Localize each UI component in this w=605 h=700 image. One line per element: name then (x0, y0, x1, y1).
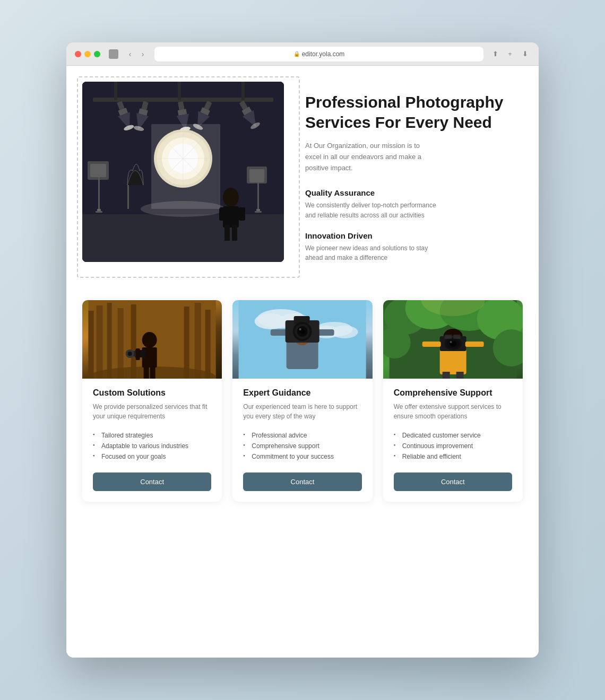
cards-section: Custom Solutions We provide personalized… (82, 300, 523, 502)
feature-quality: Quality Assurance We consistently delive… (305, 188, 523, 220)
feature-innovation: Innovation Driven We pioneer new ideas a… (305, 231, 523, 263)
list-item: Professional advice (243, 430, 361, 441)
card-title-2: Expert Guidance (243, 388, 361, 398)
svg-rect-73 (150, 366, 155, 379)
svg-rect-72 (144, 366, 149, 379)
svg-point-108 (450, 341, 452, 343)
svg-rect-114 (442, 372, 450, 379)
svg-rect-115 (456, 372, 463, 379)
svg-rect-35 (98, 177, 100, 209)
svg-point-65 (142, 332, 157, 348)
card-image-2 (232, 300, 372, 379)
card-comprehensive-support: Comprehensive Support We offer extensive… (383, 300, 523, 502)
card-custom-solutions: Custom Solutions We provide personalized… (82, 300, 222, 502)
svg-rect-41 (256, 209, 260, 211)
nav-arrows: ‹ › (125, 49, 148, 59)
card-desc-3: We offer extensive support services to e… (394, 402, 512, 422)
hero-title: Professional Photography Services For Ev… (305, 92, 523, 132)
card-desc-1: We provide personalized services that fi… (93, 402, 211, 422)
browser-actions: ⬆ + ⬇ (490, 49, 530, 59)
svg-rect-111 (444, 335, 452, 339)
hero-image-wrapper (82, 82, 284, 262)
svg-rect-49 (219, 207, 226, 221)
browser-chrome: ‹ › 🔒 editor.yola.com ⬆ + ⬇ (66, 42, 539, 66)
list-item: Reliable and efficient (394, 451, 512, 462)
forward-button[interactable]: › (137, 49, 148, 59)
traffic-light-green[interactable] (94, 51, 100, 57)
svg-rect-112 (453, 335, 460, 339)
svg-rect-36 (97, 209, 101, 211)
svg-rect-39 (88, 161, 109, 180)
card-body-3: Comprehensive Support We offer extensive… (383, 379, 523, 502)
page-content: Professional Photography Services For Ev… (66, 66, 539, 658)
contact-button-2[interactable]: Contact (243, 472, 361, 491)
card-desc-2: Our experienced team is here to support … (243, 402, 361, 422)
svg-rect-71 (136, 348, 140, 360)
svg-rect-109 (422, 342, 440, 347)
svg-rect-45 (127, 185, 129, 209)
hero-section: Professional Photography Services For Ev… (82, 82, 523, 274)
hero-subtitle: At Our Organization, our mission is to e… (305, 141, 433, 173)
svg-rect-84 (271, 329, 288, 336)
card-image-3 (383, 300, 523, 379)
traffic-light-red[interactable] (75, 51, 81, 57)
svg-rect-40 (257, 182, 259, 209)
svg-rect-52 (232, 225, 237, 241)
add-tab-button[interactable]: + (505, 49, 515, 59)
list-item: Focused on your goals (93, 451, 211, 462)
svg-rect-4 (114, 82, 117, 100)
list-item: Comprehensive support (243, 441, 361, 451)
svg-rect-85 (317, 329, 334, 336)
svg-rect-6 (241, 82, 245, 100)
svg-point-92 (299, 328, 301, 330)
share-button[interactable]: ⬆ (490, 49, 500, 59)
contact-button-3[interactable]: Contact (394, 472, 512, 491)
card-list-3: Dedicated customer service Continuous im… (394, 430, 512, 462)
svg-rect-3 (93, 98, 273, 102)
list-item: Dedicated customer service (394, 430, 512, 441)
svg-rect-110 (465, 342, 483, 347)
card-title-1: Custom Solutions (93, 388, 211, 398)
hero-image (82, 82, 284, 262)
card-title-3: Comprehensive Support (394, 388, 512, 398)
card-body-2: Expert Guidance Our experienced team is … (232, 379, 372, 502)
sidebar-icon[interactable] (109, 49, 118, 59)
list-item: Adaptable to various industries (93, 441, 211, 451)
back-button[interactable]: ‹ (125, 49, 135, 59)
card-list-1: Tailored strategies Adaptable to various… (93, 430, 211, 462)
svg-rect-51 (224, 225, 230, 241)
svg-rect-42 (255, 211, 262, 213)
downloads-button[interactable]: ⬇ (520, 49, 530, 59)
svg-point-70 (128, 352, 132, 356)
svg-rect-5 (178, 82, 181, 100)
feature-quality-title: Quality Assurance (305, 188, 523, 197)
svg-rect-50 (239, 207, 245, 221)
card-list-2: Professional advice Comprehensive suppor… (243, 430, 361, 462)
address-bar[interactable]: 🔒 editor.yola.com (154, 47, 483, 62)
card-expert-guidance: Expert Guidance Our experienced team is … (232, 300, 372, 502)
svg-rect-44 (247, 167, 267, 183)
browser-window: ‹ › 🔒 editor.yola.com ⬆ + ⬇ (66, 42, 539, 658)
feature-innovation-title: Innovation Driven (305, 231, 523, 240)
svg-rect-113 (452, 336, 454, 337)
card-image-1 (82, 300, 222, 379)
list-item: Commitment to your success (243, 451, 361, 462)
lock-icon: 🔒 (293, 51, 300, 57)
contact-button-1[interactable]: Contact (93, 472, 211, 491)
hero-text: Professional Photography Services For Ev… (305, 82, 523, 274)
svg-rect-37 (96, 211, 102, 213)
svg-point-47 (223, 188, 239, 207)
feature-innovation-desc: We pioneer new ideas and solutions to st… (305, 243, 438, 263)
url-text: editor.yola.com (302, 50, 345, 58)
traffic-light-yellow[interactable] (84, 51, 91, 57)
list-item: Continuous improvement (394, 441, 512, 451)
feature-quality-desc: We consistently deliver top-notch perfor… (305, 200, 438, 220)
svg-rect-53 (151, 124, 220, 209)
card-body-1: Custom Solutions We provide personalized… (82, 379, 222, 502)
list-item: Tailored strategies (93, 430, 211, 441)
traffic-lights (75, 51, 100, 57)
